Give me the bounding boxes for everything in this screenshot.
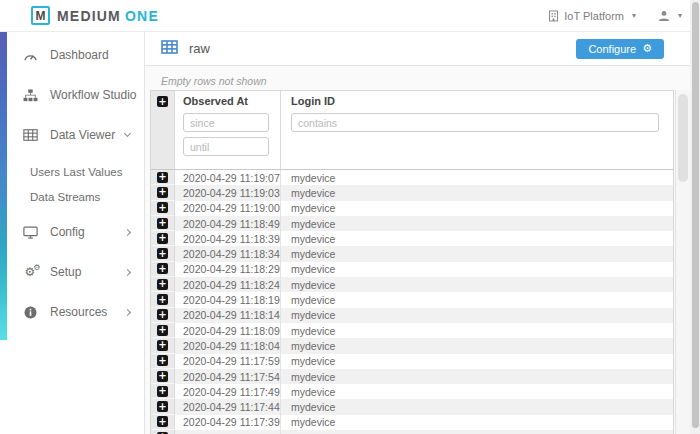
observed-at-cell: 2020-04-29 11:18:04 xyxy=(175,338,281,353)
observed-at-cell: 2020-04-29 11:17:59 xyxy=(175,354,281,369)
sidebar-item-data-streams[interactable]: Data Streams xyxy=(0,188,144,206)
platform-selector[interactable]: IoT Platform ▾ xyxy=(548,10,636,22)
table-body: + 2020-04-29 11:19:07 mydevice + 2020-04… xyxy=(151,170,673,434)
expand-row-button[interactable]: + xyxy=(157,355,168,366)
since-filter-input[interactable] xyxy=(183,113,269,132)
table-row: + 2020-04-29 11:18:34 mydevice xyxy=(151,246,673,261)
gear-icon: ⚙ xyxy=(642,43,652,54)
login-id-cell: mydevice xyxy=(281,323,673,338)
expand-row-button[interactable]: + xyxy=(157,172,168,183)
table-scrollbar[interactable] xyxy=(675,90,690,434)
sidebar-item-label: Dashboard xyxy=(50,48,109,62)
login-id-cell: mydevice xyxy=(281,201,673,216)
expand-row-button[interactable]: + xyxy=(157,340,168,351)
configure-button[interactable]: Configure ⚙ xyxy=(576,39,664,59)
observed-at-cell: 2020-04-29 11:18:09 xyxy=(175,323,281,338)
empty-rows-note: Empty rows not shown xyxy=(161,75,700,87)
table-row: + 2020-04-29 11:18:39 mydevice xyxy=(151,231,673,246)
until-filter-input[interactable] xyxy=(183,137,269,156)
login-id-cell: mydevice xyxy=(281,231,673,246)
sidebar-item-resources[interactable]: Resources xyxy=(0,300,144,324)
table-row: + 2020-04-29 11:18:14 mydevice xyxy=(151,308,673,323)
login-id-cell: mydevice xyxy=(281,430,673,434)
table-row: + 2020-04-29 11:17:59 mydevice xyxy=(151,354,673,369)
sitemap-icon xyxy=(22,89,38,102)
column-header-login-id: Login ID xyxy=(291,95,663,107)
gears-icon: ⚙⚙ xyxy=(22,266,38,278)
column-header-observed-at: Observed At xyxy=(183,95,272,107)
observed-at-cell: 2020-04-29 11:18:24 xyxy=(175,277,281,292)
sidebar-item-label: Workflow Studio xyxy=(50,88,136,102)
login-id-cell: mydevice xyxy=(281,399,673,414)
top-bar: M MEDIUM ONE IoT Platform ▾ xyxy=(0,0,700,32)
table-row: + 2020-04-29 11:18:09 mydevice xyxy=(151,323,673,338)
sidebar-item-label: Config xyxy=(50,225,85,239)
expand-row-button[interactable]: + xyxy=(157,325,168,336)
expand-row-button[interactable]: + xyxy=(157,401,168,412)
main-content: raw Configure ⚙ Empty rows not shown + O… xyxy=(145,32,700,434)
page-title: raw xyxy=(189,41,210,56)
expand-row-button[interactable]: + xyxy=(157,416,168,427)
observed-at-cell: 2020-04-29 11:18:49 xyxy=(175,216,281,231)
expand-row-button[interactable]: + xyxy=(157,218,168,229)
table-row: + 2020-04-29 11:17:44 mydevice xyxy=(151,399,673,414)
expand-row-button[interactable]: + xyxy=(157,233,168,244)
page-scrollbar-thumb[interactable] xyxy=(692,2,699,428)
sidebar-item-config[interactable]: Config xyxy=(0,220,144,244)
table-row: + 2020-04-29 11:18:04 mydevice xyxy=(151,338,673,353)
observed-at-cell: 2020-04-29 11:17:49 xyxy=(175,384,281,399)
sidebar-item-label: Setup xyxy=(50,265,81,279)
login-id-cell: mydevice xyxy=(281,338,673,353)
data-table: + Observed At Login ID + 2020-04-29 11:1… xyxy=(150,90,674,434)
observed-at-cell: 2020-04-29 11:18:14 xyxy=(175,308,281,323)
observed-at-cell: 2020-04-29 11:17:39 xyxy=(175,415,281,430)
expand-row-button[interactable]: + xyxy=(157,279,168,290)
expand-row-button[interactable]: + xyxy=(157,187,168,198)
login-id-cell: mydevice xyxy=(281,216,673,231)
login-id-cell: mydevice xyxy=(281,185,673,200)
observed-at-cell: 2020-04-29 11:18:29 xyxy=(175,262,281,277)
expand-row-button[interactable]: + xyxy=(157,294,168,305)
brand-name-one: ONE xyxy=(125,8,159,24)
chevron-right-icon xyxy=(124,228,131,235)
sidebar-accent-bar xyxy=(0,32,7,340)
sidebar-item-users-last-values[interactable]: Users Last Values xyxy=(0,163,144,181)
login-id-cell: mydevice xyxy=(281,369,673,384)
login-id-cell: mydevice xyxy=(281,277,673,292)
configure-button-label: Configure xyxy=(588,43,636,55)
login-id-cell: mydevice xyxy=(281,292,673,307)
expand-all-button[interactable]: + xyxy=(157,96,168,107)
observed-at-cell: 2020-04-29 11:17:34 xyxy=(175,430,281,434)
expand-row-button[interactable]: + xyxy=(157,309,168,320)
logo-m-icon: M xyxy=(31,6,50,25)
observed-at-cell: 2020-04-29 11:18:39 xyxy=(175,231,281,246)
expand-row-button[interactable]: + xyxy=(157,371,168,382)
contains-filter-input[interactable] xyxy=(291,113,659,132)
expand-row-button[interactable]: + xyxy=(157,248,168,259)
chevron-down-icon: ▾ xyxy=(678,11,682,20)
sidebar-item-dashboard[interactable]: Dashboard xyxy=(0,43,144,67)
table-row: + 2020-04-29 11:18:49 mydevice xyxy=(151,216,673,231)
sidebar-subitem-label: Users Last Values xyxy=(30,166,122,178)
expand-row-button[interactable]: + xyxy=(157,202,168,213)
table-row: + 2020-04-29 11:17:34 mydevice xyxy=(151,430,673,434)
user-icon xyxy=(658,10,670,22)
medium-one-logo[interactable]: M MEDIUM ONE xyxy=(31,6,159,25)
table-row: + 2020-04-29 11:19:07 mydevice xyxy=(151,170,673,185)
expand-row-button[interactable]: + xyxy=(157,386,168,397)
table-scrollbar-thumb[interactable] xyxy=(678,94,688,182)
sidebar-item-setup[interactable]: ⚙⚙ Setup xyxy=(0,260,144,284)
building-icon xyxy=(548,10,559,22)
user-menu[interactable]: ▾ xyxy=(658,10,682,22)
table-icon xyxy=(22,129,38,141)
sidebar-item-data-viewer[interactable]: Data Viewer xyxy=(0,123,144,147)
info-icon xyxy=(22,306,38,319)
expand-row-button[interactable]: + xyxy=(157,263,168,274)
page-scrollbar[interactable] xyxy=(690,0,700,434)
observed-at-cell: 2020-04-29 11:18:34 xyxy=(175,246,281,261)
chevron-down-icon: ▾ xyxy=(632,11,636,20)
sidebar-item-label: Resources xyxy=(50,305,107,319)
chevron-down-icon xyxy=(124,130,131,137)
sidebar-item-workflow-studio[interactable]: Workflow Studio xyxy=(0,83,144,107)
observed-at-cell: 2020-04-29 11:17:44 xyxy=(175,399,281,414)
